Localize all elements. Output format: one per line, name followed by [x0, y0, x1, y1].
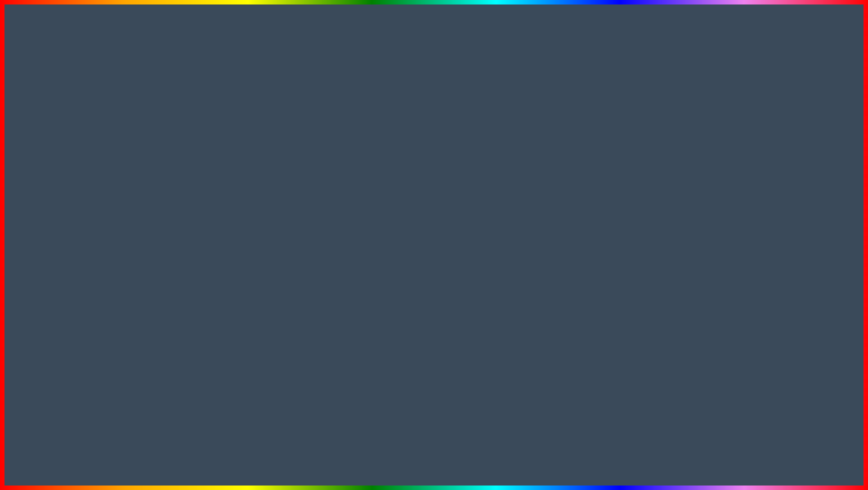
tooth-shape2: [49, 243, 57, 256]
attack-ghost-checkbox[interactable]: [124, 183, 129, 189]
gui-right-title: HoHo Hub - Blox Fruit Gen 3 | update 20: [399, 125, 591, 134]
sidebar-setting[interactable]: Setting: [399, 246, 448, 254]
mutant-tooth-svg: [793, 232, 824, 262]
distance-x-header: Distance From X: [452, 234, 587, 241]
attack-levithan-label: Attack Levithan (must spawned): [131, 212, 201, 218]
talk-spy-button[interactable]: Talk To Spy (NPC spawn frozen island): [124, 219, 254, 227]
lock-camera-label: Lock Camera: [81, 137, 111, 143]
sidebar-player[interactable]: ►Player: [399, 230, 448, 238]
sidebar-rough-sea[interactable]: Rough Sea: [71, 176, 120, 184]
attack-levithan-row: Attack Levithan (must spawned): [124, 211, 254, 218]
supper-fast-label: Supper Fast Attack Only Deal DMG to M...: [459, 151, 552, 156]
lock-camera-label-r: Lock Camera: [410, 137, 439, 143]
update-number: 20: [330, 426, 385, 481]
attack-fishes-label: Attack Fishes (Crew/Shark/Piranha): [131, 176, 210, 182]
sidebar-hop-farming[interactable]: Hop Farming: [71, 184, 120, 192]
remove-heavy-checkbox[interactable]: ✓: [452, 190, 457, 196]
collect-chest-checkbox[interactable]: [124, 198, 129, 203]
lock-camera-checkbox-left[interactable]: [74, 137, 80, 143]
electric-wing-label: Electric Wing: [783, 189, 835, 196]
view-hitbox-label: View Hitbox: [459, 228, 485, 233]
sidebar-points[interactable]: ints: [71, 160, 120, 168]
gui-right-window: HoHo Hub - Blox Fruit Gen 3 | update 20 …: [398, 124, 591, 265]
no-clip-checkbox[interactable]: [452, 197, 457, 203]
no-stun-label: No Stun: [459, 205, 477, 210]
attack-levithan-checkbox[interactable]: [124, 212, 129, 218]
auto-click-row: Auto Click: [452, 175, 587, 182]
attack-ghost-row: Attack Ghost Boats: [124, 183, 254, 190]
auto-ally-checkbox[interactable]: [452, 212, 457, 217]
auto-join-team-dropdown[interactable]: Auto Join Team: Pirate ▽: [452, 166, 587, 174]
sidebar-mod[interactable]: ►Mod: [399, 238, 448, 246]
attack-sea-row: ✓ Attack Sea Beasts: [124, 190, 254, 197]
gui-right-content: Super Fast Attack Delay (recommend 6) 19…: [448, 134, 591, 264]
script-word: SCRIPT: [387, 434, 536, 479]
no-stun-row: No Stun: [452, 204, 587, 211]
sidebar-misc[interactable]: ►Misc: [399, 214, 448, 222]
pastebin-word: PASTEBIN: [538, 434, 739, 479]
sidebar-farming-r[interactable]: ▼Farming: [399, 160, 448, 168]
lock-camera-checkbox-right[interactable]: [403, 137, 408, 143]
tween-frozen-button[interactable]: Tween to Frozen Island (must spawned): [124, 228, 254, 236]
remove-env-button[interactable]: Remove Enviroments Effect: [124, 146, 254, 153]
no-clip-row: No Clip: [452, 196, 587, 204]
main-title: BLOX FRUITS: [0, 4, 868, 94]
gui-left-title: HoHo Hub - Blox Fruit Gen 3 | update 20: [71, 125, 258, 134]
sidebar-debug[interactable]: Debug: [399, 152, 448, 160]
attack-terrorshark-checkbox[interactable]: ✓: [124, 169, 129, 174]
title-container: BLOX FRUITS: [0, 4, 868, 94]
distance-y-header: Distance From Y: [452, 248, 587, 255]
distance-x-label: 0/30: [577, 243, 586, 248]
attack-sea-checkbox[interactable]: ✓: [124, 191, 129, 196]
stop-tween-button[interactable]: Stop Tween: [124, 245, 254, 253]
white-screen-row: White Screen: [452, 182, 587, 189]
auto-anchor-label: Auto Anchor: [131, 205, 161, 210]
update-word: UPDATE: [129, 426, 328, 481]
super-fast-header: Super Fast Attack Delay (recommend 6): [452, 137, 587, 144]
gui-left-sidebar: Lock Camera ing m Config ints Terror... …: [71, 134, 120, 256]
sidebar-webhook[interactable]: Webhook & Ram: [399, 183, 448, 191]
view-hitbox-checkbox[interactable]: [452, 228, 457, 233]
sidebar-hop-farming-r[interactable]: Hop Farming: [399, 206, 448, 214]
material-left-count: x5: [35, 141, 40, 147]
gui-left-window: HoHo Hub - Blox Fruit Gen 3 | update 20 …: [70, 124, 259, 257]
mutant-tooth-count: x9: [784, 232, 790, 237]
bg-shape: [315, 135, 351, 315]
auto-ally-row: Auto Ally @everyone: [452, 211, 587, 218]
sidebar-farm-config[interactable]: Farm Config: [399, 168, 448, 176]
sidebar-raid[interactable]: ►Raid: [399, 222, 448, 230]
mutant-tooth-label: Mutant Tooth: [783, 275, 835, 282]
auto-sail-checkbox[interactable]: ✓: [124, 155, 129, 160]
sidebar-auto-farm[interactable]: Auto Farm: [399, 191, 448, 199]
attack-fishes-checkbox[interactable]: ✓: [124, 176, 129, 182]
sidebar-points-r[interactable]: Points: [399, 176, 448, 183]
distance-x-progress: 0/30: [452, 243, 587, 247]
auto-click-checkbox[interactable]: [452, 176, 457, 181]
supper-fast-row: ✓ Supper Fast Attack Only Deal DMG to M.…: [452, 150, 587, 157]
no-clip-label: No Clip: [459, 197, 475, 203]
auto-sail-label: Auto Sail In Rough Sea: [131, 155, 182, 160]
sidebar-farming[interactable]: ing: [71, 144, 120, 152]
mutant-tooth-card: x9 Mutant Tooth: [782, 229, 836, 283]
bottom-text-container: UPDATE 20 SCRIPT PASTEBIN: [0, 425, 868, 482]
tween-levithan-button[interactable]: Tween to Levithan Gate (must spawned, so…: [124, 236, 254, 244]
no-stun-checkbox[interactable]: [452, 205, 457, 210]
sidebar-config[interactable]: m Config: [71, 152, 120, 160]
attack-sea-label: Attack Sea Beasts: [131, 191, 171, 196]
sidebar-shop[interactable]: Shop: [399, 199, 448, 206]
white-screen-label: White Screen: [459, 183, 489, 188]
rough-sea-header: Rough Sea: [124, 137, 254, 144]
distance-y-fill: [452, 257, 582, 260]
fast-attack-label: 19/30: [575, 146, 586, 150]
white-screen-checkbox[interactable]: [452, 183, 457, 188]
attack-fishes-row: ✓ Attack Fishes (Crew/Shark/Piranha): [124, 175, 254, 183]
supper-fast-checkbox[interactable]: ✓: [452, 151, 457, 156]
auto-anchor-checkbox[interactable]: ✓: [124, 205, 129, 210]
svg-point-1: [805, 236, 812, 242]
attack-ghost-label: Attack Ghost Boats: [131, 183, 173, 189]
distance-y-progress: 194/200: [452, 257, 587, 260]
shark-tooth-label: Shark Tooth: [33, 275, 85, 282]
sidebar-about[interactable]: About: [399, 144, 448, 152]
sidebar-terror[interactable]: Terror... & Ra: [71, 168, 120, 176]
electric-wing-card: x19 Electric Wing: [782, 138, 836, 197]
